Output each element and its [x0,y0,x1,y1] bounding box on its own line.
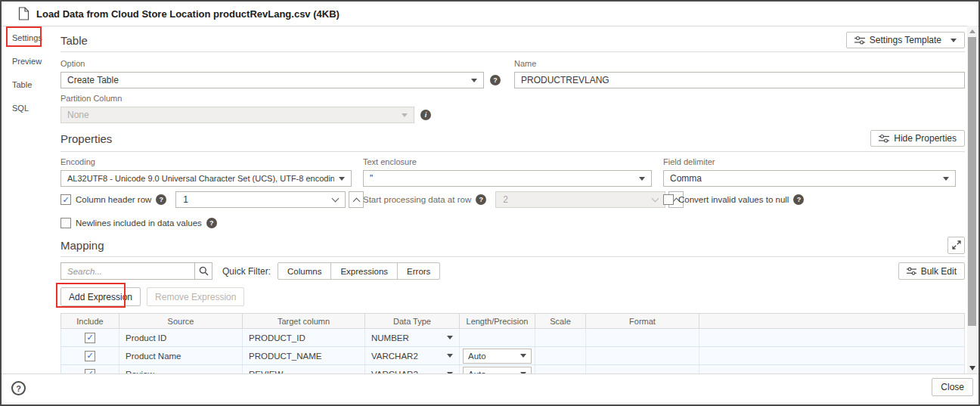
spinner-field[interactable]: 1 [175,191,346,208]
column-header-row-label: Column header row [76,195,151,204]
option-dropdown[interactable]: Create Table [60,72,484,88]
newlines-checkbox[interactable] [60,218,71,228]
partition-column-dropdown: None [60,107,414,123]
chevron-down-icon [639,177,645,181]
text-enclosure-label: Text enclosure [363,157,652,166]
settings-panel: Table Settings Template Option [60,26,965,377]
target-column-cell[interactable]: PRODUCT_NAME [243,347,365,364]
remove-expression-button: Remove Expression [147,287,244,306]
search-button[interactable] [194,262,212,280]
convert-invalid-group: Convert invalid values to null ? [663,191,804,208]
chevron-down-icon [447,354,453,358]
data-type-dropdown[interactable]: NUMBER [365,329,460,346]
scale-cell [535,347,586,364]
mapping-table: Include Source Target column Data Type L… [60,313,965,377]
help-icon[interactable]: ? [156,194,166,205]
search-input[interactable] [60,262,195,280]
sidebar-item-preview[interactable]: Preview [2,50,51,73]
text-enclosure-dropdown[interactable]: " [363,170,652,187]
sliders-icon [854,36,865,45]
mapping-table-header: Include Source Target column Data Type L… [60,313,965,329]
mapping-section-title: Mapping [60,239,104,252]
start-processing-label: Start processing data at row [363,195,471,204]
scroll-up-button[interactable] [967,26,977,37]
chevron-down-icon [520,354,526,358]
option-field-group: Option Create Table ? [60,59,508,88]
table-row: Product ID PRODUCT_ID NUMBER [60,329,965,347]
filter-expressions-button[interactable]: Expressions [330,262,398,280]
column-header-row-group: Column header row ? 1 [60,191,364,208]
scroll-thumb[interactable] [968,37,976,326]
scale-cell [535,329,586,346]
scrollbar[interactable] [967,26,977,373]
table-row: Product Name PRODUCT_NAME VARCHAR2 Auto [60,347,965,365]
add-expression-button[interactable]: Add Expression [60,287,141,306]
chevron-down-icon [339,177,345,181]
scroll-down-button[interactable] [967,362,977,373]
help-icon[interactable]: ? [206,218,217,228]
format-cell [586,347,699,364]
properties-section-header: Properties Hide Properties [60,129,965,147]
bulk-edit-button[interactable]: Bulk Edit [898,262,965,280]
include-checkbox[interactable] [85,351,95,361]
data-type-dropdown[interactable]: VARCHAR2 [365,347,460,364]
mapping-section-header: Mapping [60,236,965,254]
partition-column-label: Partition Column [60,94,439,103]
encoding-label: Encoding [60,157,352,166]
expand-button[interactable] [947,237,965,254]
spinner-increment-button[interactable] [349,191,364,208]
section-divider [60,51,965,52]
convert-invalid-label: Convert invalid values to null [678,195,789,204]
info-icon[interactable]: i [420,110,431,120]
header-source: Source [119,314,243,328]
chevron-down-icon [471,79,477,82]
newlines-group: Newlines included in data values ? [60,215,217,231]
help-icon[interactable]: ? [490,75,501,85]
help-icon[interactable]: ? [793,194,804,205]
length-precision-dropdown[interactable]: Auto [463,349,532,364]
quick-filter-label: Quick Filter: [222,266,271,277]
name-field-group: Name [514,59,965,88]
start-processing-group: Start processing data at row ? 2 [363,191,684,208]
help-button[interactable]: ? [11,381,26,395]
column-header-row-checkbox[interactable] [60,194,71,205]
convert-invalid-checkbox[interactable] [663,194,674,205]
source-cell: Product Name [119,347,243,364]
help-icon[interactable]: ? [476,194,486,205]
header-data-type: Data Type [365,314,460,328]
source-cell: Product ID [119,329,243,346]
chevron-down-icon [969,366,975,370]
target-column-cell[interactable]: PRODUCT_ID [243,329,365,346]
mapping-toolbar: Quick Filter: Columns Expressions Errors… [60,262,965,280]
encoding-dropdown[interactable]: AL32UTF8 - Unicode 9.0 Universal Charact… [60,170,352,187]
sidebar-item-sql[interactable]: SQL [2,97,51,120]
spinner-field: 2 [495,191,665,208]
header-include: Include [61,314,119,328]
settings-template-button[interactable]: Settings Template [846,32,965,48]
chevron-up-icon [352,197,360,205]
field-delimiter-dropdown[interactable]: Comma [663,170,956,187]
include-checkbox[interactable] [85,333,95,343]
sidebar-item-settings[interactable]: Settings [2,26,51,50]
name-input[interactable] [514,72,965,88]
length-precision-cell: Auto [460,347,535,364]
encoding-field-group: Encoding AL32UTF8 - Unicode 9.0 Universa… [60,157,352,187]
text-enclosure-field-group: Text enclosure " [363,157,652,187]
dialog-title: Load Data from Cloud Store Location prod… [36,8,340,20]
field-delimiter-field-group: Field delimiter Comma [663,157,956,187]
partition-column-field-group: Partition Column None i [60,94,439,123]
close-button[interactable]: Close [932,378,973,396]
sidebar-item-table[interactable]: Table [2,73,51,97]
section-divider [60,151,965,152]
sliders-icon [879,134,889,143]
chevron-up-icon [969,29,975,33]
sliders-icon [907,267,916,275]
filter-errors-button[interactable]: Errors [397,262,440,280]
hide-properties-button[interactable]: Hide Properties [870,130,965,147]
spinner-decrement-icon[interactable] [332,195,340,203]
spinner-decrement-icon [652,195,659,203]
quick-filter-group: Columns Expressions Errors [278,262,440,280]
chevron-down-icon [951,39,957,42]
column-header-row-spinner[interactable]: 1 [175,191,364,208]
filter-columns-button[interactable]: Columns [278,262,331,280]
